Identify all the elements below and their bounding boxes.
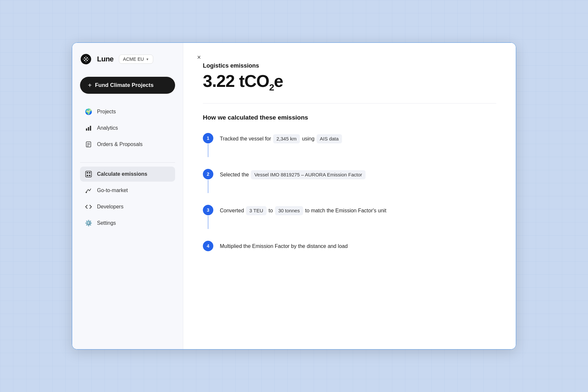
settings-icon: ⚙️ xyxy=(85,219,92,227)
analytics-icon xyxy=(85,124,92,132)
step-3-text: Converted 3 TEU to 30 tonnes to match th… xyxy=(220,205,496,215)
svg-rect-18 xyxy=(87,172,88,173)
step-3-left: 3 xyxy=(203,205,213,229)
globe-icon: 🌍 xyxy=(85,108,92,116)
app-window: Lune ACME EU ▼ + Fund Climate Projects 🌍… xyxy=(72,42,516,350)
sidebar-item-analytics-label: Analytics xyxy=(97,125,118,131)
chevron-down-icon: ▼ xyxy=(146,57,149,61)
logo-row: Lune ACME EU ▼ xyxy=(80,53,175,65)
step-2-circle: 2 xyxy=(203,169,213,179)
account-selector[interactable]: ACME EU ▼ xyxy=(119,55,154,64)
step-2: 2 Selected the Vessel IMO 8819275 – AURO… xyxy=(203,169,496,205)
plus-icon: + xyxy=(88,82,92,89)
logo-text: Lune xyxy=(97,55,114,63)
step-1-left: 1 xyxy=(203,133,213,157)
sidebar-item-orders-label: Orders & Proposals xyxy=(97,141,143,147)
sidebar: Lune ACME EU ▼ + Fund Climate Projects 🌍… xyxy=(72,43,183,349)
sidebar-item-calculate-label: Calculate emissions xyxy=(97,171,147,177)
sidebar-item-orders[interactable]: Orders & Proposals xyxy=(80,137,175,152)
svg-point-6 xyxy=(86,56,87,57)
svg-point-5 xyxy=(85,58,87,60)
close-button[interactable]: × xyxy=(194,52,204,62)
step-3-line xyxy=(208,216,208,229)
sidebar-item-settings[interactable]: ⚙️ Settings xyxy=(80,216,175,231)
sidebar-item-developers-label: Developers xyxy=(97,204,123,210)
step-4: 4 Multiplied the Emission Factor by the … xyxy=(203,241,496,251)
developers-icon xyxy=(85,203,92,211)
emission-suffix: e xyxy=(274,72,283,90)
step-1-line xyxy=(208,144,208,157)
emissions-detail: Logistics emissions 3.22 tCO2e How we ca… xyxy=(203,56,496,251)
step-3-tag-tonnes: 30 tonnes xyxy=(275,206,303,215)
close-icon: × xyxy=(197,54,201,61)
svg-rect-17 xyxy=(86,171,91,177)
emission-value: 3.22 tCO2e xyxy=(203,72,496,93)
sidebar-item-projects-label: Projects xyxy=(97,109,116,115)
lune-logo-icon xyxy=(80,53,92,65)
sidebar-item-calculate[interactable]: Calculate emissions xyxy=(80,167,175,182)
step-1: 1 Tracked the vessel for 2,345 km using … xyxy=(203,133,496,169)
fund-btn-label: Fund Climate Projects xyxy=(95,82,154,89)
svg-point-22 xyxy=(86,192,87,193)
calculation-steps: 1 Tracked the vessel for 2,345 km using … xyxy=(203,133,496,251)
account-name: ACME EU xyxy=(123,57,144,62)
svg-rect-11 xyxy=(88,127,89,131)
step-3-circle: 3 xyxy=(203,205,213,215)
svg-rect-21 xyxy=(89,175,90,176)
nav-bottom-section: Calculate emissions Go-to-market xyxy=(80,167,175,231)
calculation-title: How we calculated these emissions xyxy=(203,114,496,121)
sidebar-item-settings-label: Settings xyxy=(97,220,116,226)
step-4-text: Multiplied the Emission Factor by the di… xyxy=(220,241,496,251)
main-content: × Logistics emissions 3.22 tCO2e How we … xyxy=(183,43,516,349)
step-2-text: Selected the Vessel IMO 8819275 – AURORA… xyxy=(220,169,496,179)
svg-point-2 xyxy=(87,57,88,58)
sidebar-item-go-to-market-label: Go-to-market xyxy=(97,188,128,193)
sidebar-item-developers[interactable]: Developers xyxy=(80,199,175,214)
sidebar-item-analytics[interactable]: Analytics xyxy=(80,121,175,136)
svg-point-9 xyxy=(88,59,89,60)
emission-number: 3.22 tCO xyxy=(203,72,269,90)
svg-rect-10 xyxy=(86,128,87,131)
step-1-circle: 1 xyxy=(203,133,213,143)
sidebar-item-go-to-market[interactable]: Go-to-market xyxy=(80,183,175,198)
svg-rect-19 xyxy=(89,172,90,173)
sidebar-divider xyxy=(80,162,175,163)
svg-rect-20 xyxy=(87,175,88,176)
step-1-text: Tracked the vessel for 2,345 km using AI… xyxy=(220,133,496,143)
section-divider xyxy=(203,103,496,104)
step-4-left: 4 xyxy=(203,241,213,251)
step-4-circle: 4 xyxy=(203,241,213,251)
step-2-tag-vessel: Vessel IMO 8819275 – AURORA Emission Fac… xyxy=(251,170,365,179)
step-1-tag-method: AIS data xyxy=(317,134,342,143)
go-to-market-icon xyxy=(85,187,92,194)
emission-label: Logistics emissions xyxy=(203,62,496,69)
step-2-left: 2 xyxy=(203,169,213,193)
svg-point-8 xyxy=(83,59,84,60)
calculate-icon xyxy=(85,170,92,178)
svg-point-7 xyxy=(86,61,87,62)
svg-point-4 xyxy=(87,60,88,61)
fund-climate-projects-button[interactable]: + Fund Climate Projects xyxy=(80,77,175,94)
svg-rect-12 xyxy=(90,126,91,131)
svg-point-3 xyxy=(84,60,85,61)
step-2-line xyxy=(208,180,208,193)
subscript-2: 2 xyxy=(269,82,274,92)
step-3: 3 Converted 3 TEU to 30 tonnes to match … xyxy=(203,205,496,241)
svg-point-1 xyxy=(84,57,85,58)
nav-top-section: 🌍 Projects Analytics xyxy=(80,104,175,152)
step-3-tag-teu: 3 TEU xyxy=(246,206,266,215)
sidebar-item-projects[interactable]: 🌍 Projects xyxy=(80,104,175,119)
orders-icon xyxy=(85,140,92,148)
step-1-tag-distance: 2,345 km xyxy=(273,134,300,143)
